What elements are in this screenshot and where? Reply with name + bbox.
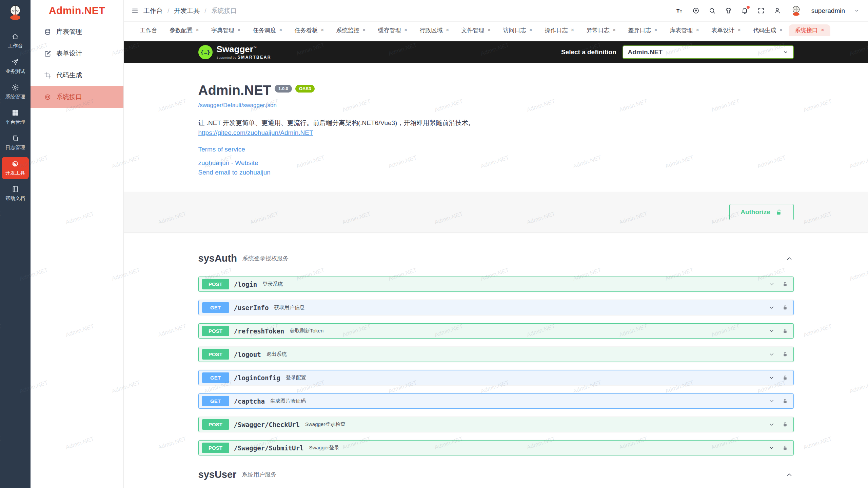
rail-item-help-docs[interactable]: 帮助文档 [2, 182, 29, 205]
lock-icon[interactable] [782, 351, 788, 357]
repo-url-link[interactable]: https://gitee.com/zuohuaijun/Admin.NET [198, 129, 313, 136]
close-icon[interactable]: × [237, 27, 241, 34]
tab-代码生成[interactable]: 代码生成× [747, 24, 789, 36]
search-icon[interactable] [709, 7, 716, 14]
tab-行政区域[interactable]: 行政区域× [414, 24, 455, 36]
tab-label: 系统接口 [795, 26, 818, 34]
rail-item-log-mgmt[interactable]: 日志管理 [2, 131, 29, 154]
crop-icon [44, 72, 51, 79]
lock-icon[interactable] [782, 375, 788, 381]
sidebar-item-db-table[interactable]: 库表管理 [31, 21, 123, 43]
chevron-up-icon[interactable] [786, 255, 793, 262]
lock-icon[interactable] [782, 305, 788, 310]
close-icon[interactable]: × [737, 27, 741, 34]
close-icon[interactable]: × [404, 27, 408, 34]
tab-label: 异常日志 [586, 26, 609, 34]
close-icon[interactable]: × [779, 27, 783, 34]
tab-任务调度[interactable]: 任务调度× [247, 24, 289, 36]
contact-email-link[interactable]: Send email to zuohuaijun [198, 169, 794, 176]
tab-系统接口[interactable]: 系统接口× [789, 24, 830, 36]
sidebar-item-form-design[interactable]: 表单设计 [31, 43, 123, 64]
sidebar-item-code-gen[interactable]: 代码生成 [31, 64, 123, 86]
chevron-down-icon[interactable] [768, 328, 775, 334]
tab-差异日志[interactable]: 差异日志× [622, 24, 664, 36]
profile-icon[interactable] [774, 7, 781, 14]
close-icon[interactable]: × [488, 27, 491, 34]
avatar[interactable] [790, 5, 802, 17]
tab-访问日志[interactable]: 访问日志× [497, 24, 539, 36]
spec-url-link[interactable]: /swagger/Default/swagger.json [198, 102, 277, 109]
contact-website-link[interactable]: zuohuaijun - Website [198, 159, 794, 167]
bell-icon[interactable] [741, 7, 748, 14]
chevron-down-icon[interactable] [768, 374, 775, 381]
username-dropdown[interactable]: superadmin [811, 7, 845, 15]
close-icon[interactable]: × [821, 27, 824, 34]
breadcrumb-item[interactable]: 开发工具 [174, 6, 200, 15]
secondary-sidebar: Admin.NET 库表管理表单设计代码生成系统接口 [31, 0, 124, 488]
rail-item-biz-test[interactable]: 业务测试 [2, 55, 29, 78]
lock-icon[interactable] [782, 398, 788, 404]
endpoint-/captcha[interactable]: GET/captcha生成图片验证码 [198, 393, 794, 409]
chevron-down-icon[interactable] [768, 304, 775, 311]
tab-字典管理[interactable]: 字典管理× [205, 24, 247, 36]
tab-操作日志[interactable]: 操作日志× [538, 24, 580, 36]
theme-shirt-icon[interactable] [725, 7, 732, 14]
chevron-down-icon[interactable] [768, 445, 775, 451]
lock-icon[interactable] [782, 422, 788, 427]
endpoint-/Swagger/CheckUrl[interactable]: POST/Swagger/CheckUrlSwagger登录检查 [198, 417, 794, 432]
close-icon[interactable]: × [612, 27, 616, 34]
sidebar-item-sys-api[interactable]: 系统接口 [31, 86, 123, 108]
chevron-up-icon[interactable] [786, 471, 793, 479]
chevron-down-icon[interactable] [768, 398, 775, 404]
close-icon[interactable]: × [571, 27, 574, 34]
breadcrumb-item[interactable]: 工作台 [143, 6, 163, 15]
endpoint-/login[interactable]: POST/login登录系统 [198, 277, 794, 292]
tab-参数配置[interactable]: 参数配置× [163, 24, 205, 36]
close-icon[interactable]: × [529, 27, 533, 34]
app-logo-icon[interactable] [6, 3, 24, 22]
endpoint-controls [768, 304, 788, 311]
endpoint-/logout[interactable]: POST/logout退出系统 [198, 347, 794, 362]
tab-任务看板[interactable]: 任务看板× [289, 24, 330, 36]
close-icon[interactable]: × [696, 27, 699, 34]
tab-表单设计[interactable]: 表单设计× [705, 24, 747, 36]
section-header-sysUser[interactable]: sysUser系统用户服务 [198, 464, 794, 485]
close-icon[interactable]: × [362, 27, 366, 34]
rail-nav: 工作台业务测试系统管理平台管理日志管理开发工具帮助文档 [0, 30, 31, 208]
close-icon[interactable]: × [654, 27, 657, 34]
tab-文件管理[interactable]: 文件管理× [455, 24, 497, 36]
rail-item-platform-mgmt[interactable]: 平台管理 [2, 106, 29, 128]
endpoint-path: /loginConfig [234, 374, 280, 382]
close-icon[interactable]: × [446, 27, 449, 34]
endpoint-/userInfo[interactable]: GET/userInfo获取用户信息 [198, 300, 794, 315]
chevron-down-icon[interactable] [768, 281, 775, 287]
tab-系统监控[interactable]: 系统监控× [330, 24, 372, 36]
close-icon[interactable]: × [279, 27, 282, 34]
section-header-sysAuth[interactable]: sysAuth系统登录授权服务 [198, 248, 794, 269]
tab-工作台[interactable]: 工作台 [134, 24, 163, 36]
close-icon[interactable]: × [321, 27, 324, 34]
endpoint-/Swagger/SubmitUrl[interactable]: POST/Swagger/SubmitUrlSwagger登录 [198, 440, 794, 455]
chevron-down-icon[interactable] [768, 351, 775, 358]
rail-item-dev-tools[interactable]: 开发工具 [2, 157, 29, 179]
tab-库表管理[interactable]: 库表管理× [664, 24, 705, 36]
definition-select[interactable]: Admin.NET [623, 45, 794, 59]
endpoint-/loginConfig[interactable]: GET/loginConfig登录配置 [198, 370, 794, 385]
fullscreen-icon[interactable] [757, 7, 765, 14]
terms-of-service-link[interactable]: Terms of service [198, 146, 794, 153]
chevron-down-icon[interactable] [854, 8, 859, 13]
endpoint-/refreshToken[interactable]: POST/refreshToken获取刷新Token [198, 323, 794, 339]
authorize-button[interactable]: Authorize [729, 204, 794, 220]
chevron-down-icon[interactable] [768, 421, 775, 428]
close-icon[interactable]: × [196, 27, 199, 34]
collapse-menu-icon[interactable] [131, 7, 139, 15]
tab-异常日志[interactable]: 异常日志× [580, 24, 622, 36]
lock-icon[interactable] [782, 445, 788, 451]
language-icon[interactable] [692, 7, 699, 14]
rail-item-system-mgmt[interactable]: 系统管理 [2, 81, 29, 103]
tab-缓存管理[interactable]: 缓存管理× [372, 24, 414, 36]
lock-icon[interactable] [782, 328, 788, 334]
font-size-icon[interactable]: TT [676, 7, 683, 14]
rail-item-workbench[interactable]: 工作台 [2, 30, 29, 52]
lock-icon[interactable] [782, 281, 788, 287]
